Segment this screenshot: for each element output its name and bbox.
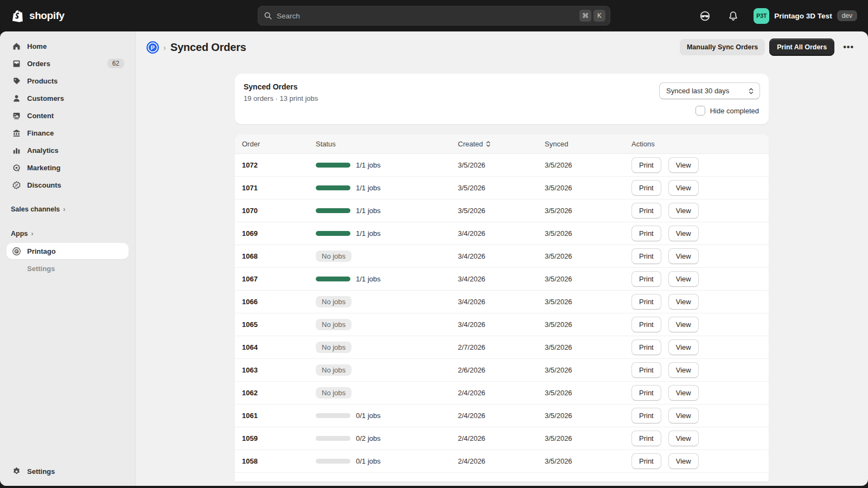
breadcrumb-chevron-icon: › xyxy=(163,43,166,52)
status-progress-bar xyxy=(316,231,350,236)
products-icon xyxy=(11,75,22,86)
notifications-bell-icon[interactable] xyxy=(724,7,742,24)
no-jobs-badge: No jobs xyxy=(316,251,352,262)
sidebar-item-content[interactable]: Content xyxy=(7,107,129,124)
date-range-select[interactable]: Synced last 30 days xyxy=(659,82,760,99)
print-button[interactable]: Print xyxy=(631,180,661,196)
created-date: 2/4/2026 xyxy=(458,434,486,442)
view-button[interactable]: View xyxy=(668,294,699,310)
print-button[interactable]: Print xyxy=(631,203,661,219)
table-row: 10711/1 jobs3/5/20263/5/2026PrintView xyxy=(235,177,769,200)
apps-toggle[interactable]: Apps › xyxy=(7,229,129,237)
print-button[interactable]: Print xyxy=(631,431,661,446)
synced-date: 3/5/2026 xyxy=(545,252,572,260)
view-button[interactable]: View xyxy=(668,408,699,423)
column-header-created[interactable]: Created xyxy=(451,140,538,148)
table-row: 1062No jobs2/4/20263/5/2026PrintView xyxy=(235,382,769,404)
shopify-bag-icon xyxy=(11,9,25,23)
assistant-icon[interactable] xyxy=(696,7,713,24)
manually-sync-orders-button[interactable]: Manually Sync Orders xyxy=(680,39,765,55)
sidebar-item-printago[interactable]: P Printago xyxy=(7,243,129,259)
created-date: 2/4/2026 xyxy=(458,457,486,465)
order-number: 1062 xyxy=(242,389,258,397)
table-row: 10671/1 jobs3/4/20263/5/2026PrintView xyxy=(235,268,769,291)
order-number: 1058 xyxy=(242,457,258,465)
synced-date: 3/5/2026 xyxy=(545,389,572,397)
sidebar-item-customers[interactable]: Customers xyxy=(7,90,129,106)
table-body: 10721/1 jobs3/5/20263/5/2026PrintView107… xyxy=(235,154,769,473)
view-button[interactable]: View xyxy=(668,248,699,264)
store-menu[interactable]: P3T Printago 3D Test dev xyxy=(754,8,857,24)
status-progress-bar xyxy=(316,413,350,418)
column-header-status: Status xyxy=(309,140,451,148)
sidebar-item-orders[interactable]: Orders62 xyxy=(7,55,129,72)
card-subtitle: 19 orders · 13 print jobs xyxy=(244,94,318,102)
table-row: 10590/2 jobs2/4/20263/5/2026PrintView xyxy=(235,427,769,450)
print-button[interactable]: Print xyxy=(631,157,661,173)
no-jobs-badge: No jobs xyxy=(316,296,352,307)
printago-breadcrumb-icon[interactable]: P xyxy=(146,41,159,54)
print-button[interactable]: Print xyxy=(631,317,661,332)
created-date: 3/5/2026 xyxy=(458,161,486,169)
sidebar-item-products[interactable]: Products xyxy=(7,73,129,89)
print-button[interactable]: Print xyxy=(631,271,661,287)
table-row: 10721/1 jobs3/5/20263/5/2026PrintView xyxy=(235,154,769,177)
view-button[interactable]: View xyxy=(668,157,699,173)
content-icon xyxy=(11,110,22,121)
sidebar-item-finance[interactable]: Finance xyxy=(7,125,129,141)
order-number: 1068 xyxy=(242,252,258,260)
print-button[interactable]: Print xyxy=(631,294,661,310)
sidebar-item-label: Printago xyxy=(27,247,56,255)
shopify-logo[interactable]: shopify xyxy=(11,9,65,23)
view-button[interactable]: View xyxy=(668,180,699,196)
no-jobs-badge: No jobs xyxy=(316,342,352,353)
app-frame: HomeOrders62ProductsCustomersContentFina… xyxy=(0,31,868,486)
customers-icon xyxy=(11,93,22,104)
view-button[interactable]: View xyxy=(668,453,699,469)
status-progress-bar xyxy=(316,163,350,168)
print-button[interactable]: Print xyxy=(631,248,661,264)
view-button[interactable]: View xyxy=(668,431,699,446)
sidebar-item-settings[interactable]: Settings xyxy=(7,463,129,479)
synced-date: 3/5/2026 xyxy=(545,161,572,169)
view-button[interactable]: View xyxy=(668,203,699,219)
sidebar-item-home[interactable]: Home xyxy=(7,38,129,54)
status-label: 1/1 jobs xyxy=(356,229,381,237)
finance-icon xyxy=(11,127,22,138)
view-button[interactable]: View xyxy=(668,317,699,332)
view-button[interactable]: View xyxy=(668,339,699,355)
command-key-badge: ⌘ xyxy=(579,10,591,22)
synced-date: 3/5/2026 xyxy=(545,229,572,237)
print-button[interactable]: Print xyxy=(631,339,661,355)
print-all-orders-button[interactable]: Print All Orders xyxy=(769,38,834,56)
sidebar-item-discounts[interactable]: Discounts xyxy=(7,177,129,193)
print-button[interactable]: Print xyxy=(631,362,661,378)
view-button[interactable]: View xyxy=(668,271,699,287)
status-progress-bar xyxy=(316,208,350,213)
hide-completed-checkbox[interactable] xyxy=(695,106,705,115)
print-button[interactable]: Print xyxy=(631,453,661,469)
view-button[interactable]: View xyxy=(668,226,699,241)
print-button[interactable]: Print xyxy=(631,408,661,423)
print-button[interactable]: Print xyxy=(631,226,661,241)
status-progress-bar xyxy=(316,459,350,464)
sidebar-item-label: Discounts xyxy=(27,181,61,189)
more-actions-button[interactable]: ••• xyxy=(839,39,858,55)
hide-completed-control[interactable]: Hide completed xyxy=(695,106,760,115)
synced-date: 3/5/2026 xyxy=(545,434,572,442)
search-input[interactable]: Search ⌘ K xyxy=(258,6,610,25)
print-button[interactable]: Print xyxy=(631,385,661,401)
status-label: 1/1 jobs xyxy=(356,275,381,283)
column-header-synced: Synced xyxy=(538,140,624,148)
created-date: 3/5/2026 xyxy=(458,184,486,192)
synced-date: 3/5/2026 xyxy=(545,207,572,215)
view-button[interactable]: View xyxy=(668,385,699,401)
order-number: 1071 xyxy=(242,184,258,192)
table-row: 10580/1 jobs2/4/20263/5/2026PrintView xyxy=(235,450,769,473)
sales-channels-toggle[interactable]: Sales channels › xyxy=(7,205,129,213)
view-button[interactable]: View xyxy=(668,362,699,378)
sidebar-item-analytics[interactable]: Analytics xyxy=(7,142,129,158)
synced-date: 3/5/2026 xyxy=(545,343,572,351)
sidebar-item-printago-settings[interactable]: Settings xyxy=(7,260,129,277)
sidebar-item-marketing[interactable]: Marketing xyxy=(7,159,129,176)
